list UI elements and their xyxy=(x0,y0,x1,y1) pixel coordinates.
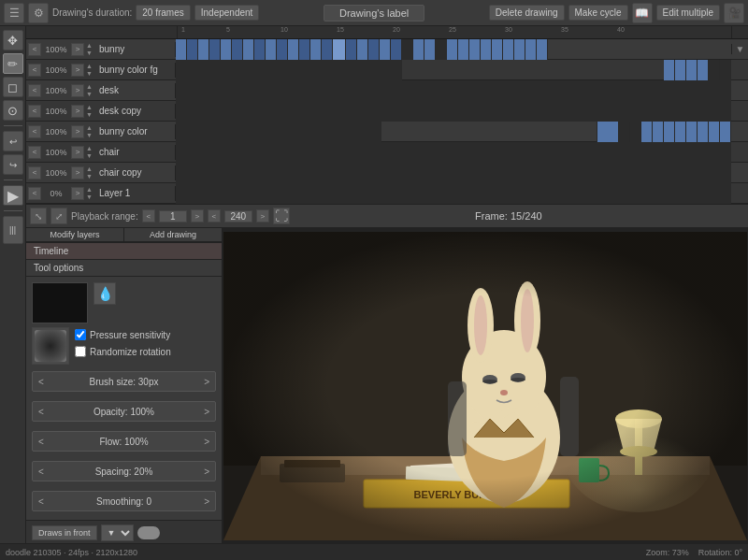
settings-icon[interactable]: ⚙ xyxy=(28,3,49,23)
playback-start-right-arrow[interactable]: > xyxy=(191,209,204,223)
layer-right-arrow-4[interactable]: > xyxy=(71,105,84,118)
layer-left-arrow-bunny[interactable]: < xyxy=(28,43,41,56)
draws-in-front-button[interactable]: Draws in front xyxy=(32,525,97,540)
layer-timeline-7[interactable] xyxy=(176,163,731,183)
layer-right-arrow-6[interactable]: > xyxy=(71,146,84,159)
brush-options: Pressure sensitivity Randomize rotation xyxy=(75,327,171,359)
redo-icon[interactable]: ↪ xyxy=(3,154,23,175)
layer-left-arrow-4[interactable]: < xyxy=(28,105,41,118)
left-tabs: Timeline Tool options 💧 xyxy=(26,243,222,543)
layer-chevrons-8: ▲ ▼ xyxy=(86,186,95,201)
spacing-left-arrow[interactable]: < xyxy=(36,467,46,477)
move-tool-icon[interactable]: ✥ xyxy=(3,30,23,50)
opacity-left-arrow[interactable]: < xyxy=(36,407,46,417)
edit-multiple-button[interactable]: Edit multiple xyxy=(656,5,720,21)
brush-preview[interactable] xyxy=(32,327,69,365)
tick-11 xyxy=(290,26,301,38)
layer-left-arrow-6[interactable]: < xyxy=(28,146,41,159)
tick-15: 15 xyxy=(335,26,346,38)
onion-skin-toggle[interactable] xyxy=(137,526,160,539)
timeline-scroll-right[interactable]: ▼ xyxy=(731,44,748,54)
tick-3 xyxy=(200,26,211,38)
tick-7 xyxy=(245,26,256,38)
layer-right-arrow-8[interactable]: > xyxy=(71,187,84,200)
independent-button[interactable]: Independent xyxy=(194,5,260,21)
delete-drawing-button[interactable]: Delete drawing xyxy=(489,5,565,21)
opacity-right-arrow[interactable]: > xyxy=(202,407,211,417)
make-cycle-button[interactable]: Make cycle xyxy=(568,5,628,21)
layer-timeline-6[interactable] xyxy=(176,142,731,163)
layer-name-desk-copy[interactable]: desk copy xyxy=(97,106,173,116)
layer-pct-5: 100% xyxy=(43,127,69,136)
randomize-rotation-checkbox[interactable] xyxy=(75,346,86,357)
smoothing-left-arrow[interactable]: < xyxy=(36,496,46,507)
color-preview[interactable] xyxy=(32,282,88,323)
tick-17 xyxy=(357,26,368,38)
layer-timeline-5[interactable] xyxy=(176,122,731,142)
layer-right-arrow-5[interactable]: > xyxy=(71,125,84,138)
layer-name-desk[interactable]: desk xyxy=(97,85,173,95)
tool-options-tab[interactable]: Tool options xyxy=(26,260,222,277)
layer-timeline-3[interactable] xyxy=(176,80,731,101)
layer-name-bunny-color-fg[interactable]: bunny color fg xyxy=(97,65,173,75)
layer-timeline-4[interactable] xyxy=(176,101,731,122)
layer-row-bunny-color: < 100% > ▲ ▼ bunny color xyxy=(26,122,748,142)
layer-left-arrow-5[interactable]: < xyxy=(28,125,41,138)
eraser-tool-icon[interactable]: ◻ xyxy=(3,77,23,97)
frames-button[interactable]: 20 frames xyxy=(136,5,190,21)
flow-slider[interactable]: < Flow: 100% > xyxy=(32,431,216,452)
layer-timeline-8[interactable] xyxy=(176,183,731,204)
layer-name-bunny[interactable]: bunny xyxy=(97,44,173,54)
layer-right-arrow-bunny[interactable]: > xyxy=(71,43,84,56)
expand-btn-full[interactable]: ⛶ xyxy=(273,208,290,224)
brush-tool-icon[interactable]: ✏ xyxy=(3,53,23,74)
smoothing-right-arrow[interactable]: > xyxy=(202,496,211,507)
brush-size-left-arrow[interactable]: < xyxy=(36,377,46,387)
modify-layers-button[interactable]: Modify layers xyxy=(26,228,124,242)
book-icon[interactable]: 📖 xyxy=(632,3,653,23)
layer-controls-desk: < 100% > ▲ ▼ desk xyxy=(26,83,176,98)
layer-timeline-2[interactable] xyxy=(176,60,731,80)
layer-pct-4: 100% xyxy=(43,107,69,116)
layer-left-arrow-2[interactable]: < xyxy=(28,64,41,77)
undo-icon[interactable]: ↩ xyxy=(3,131,23,151)
layer-left-arrow-7[interactable]: < xyxy=(28,166,41,179)
eyedropper-button[interactable]: 💧 xyxy=(94,282,116,305)
onion-skin-select[interactable]: ▼ xyxy=(101,524,134,541)
playback-end-left-arrow[interactable]: < xyxy=(208,209,221,223)
layer-timeline-bunny[interactable] xyxy=(176,39,731,60)
play-icon[interactable]: ▶ xyxy=(3,185,23,206)
drawing-label-button[interactable]: Drawing's label xyxy=(324,5,424,22)
flow-right-arrow[interactable]: > xyxy=(202,437,211,447)
playback-end-input[interactable]: 240 xyxy=(224,210,252,223)
expand-btn-bottomright[interactable]: ⤢ xyxy=(50,208,67,224)
layer-name-chair-copy[interactable]: chair copy xyxy=(97,167,173,178)
menu-icon[interactable]: ☰ xyxy=(4,3,24,23)
playback-start-input[interactable]: 1 xyxy=(159,210,187,223)
spacing-slider[interactable]: < Spacing: 20% > xyxy=(32,461,216,481)
layer-right-arrow-2[interactable]: > xyxy=(71,64,84,77)
expand-btn-topleft[interactable]: ⤡ xyxy=(30,208,47,224)
layer-right-arrow-3[interactable]: > xyxy=(71,84,84,97)
app-body: ✥ ✏ ◻ ⊙ ↩ ↪ ▶ ||| 1 xyxy=(0,26,748,543)
layer-name-bunny-color[interactable]: bunny color xyxy=(97,126,173,136)
add-drawing-button[interactable]: Add drawing xyxy=(124,228,222,242)
layer-right-arrow-7[interactable]: > xyxy=(71,166,84,179)
playback-end-right-arrow[interactable]: > xyxy=(256,209,269,223)
brush-size-right-arrow[interactable]: > xyxy=(202,377,211,387)
lasso-tool-icon[interactable]: ⊙ xyxy=(3,100,23,121)
playback-start-left-arrow[interactable]: < xyxy=(142,209,155,223)
layer-left-arrow-8[interactable]: < xyxy=(28,187,41,200)
layer-name-layer1[interactable]: Layer 1 xyxy=(97,188,173,198)
brush-size-slider[interactable]: < Brush size: 30px > xyxy=(32,371,216,392)
spacing-right-arrow[interactable]: > xyxy=(202,467,211,477)
timeline-tab[interactable]: Timeline xyxy=(26,243,222,260)
onion-skin-icon[interactable]: ||| xyxy=(3,216,23,244)
camera-icon[interactable]: 🎥 xyxy=(724,3,744,23)
layer-name-chair[interactable]: chair xyxy=(97,147,173,157)
opacity-slider[interactable]: < Opacity: 100% > xyxy=(32,401,216,422)
flow-left-arrow[interactable]: < xyxy=(36,437,46,447)
pressure-sensitivity-checkbox[interactable] xyxy=(75,329,86,340)
layer-left-arrow-3[interactable]: < xyxy=(28,84,41,97)
smoothing-slider[interactable]: < Smoothing: 0 > xyxy=(32,491,216,511)
